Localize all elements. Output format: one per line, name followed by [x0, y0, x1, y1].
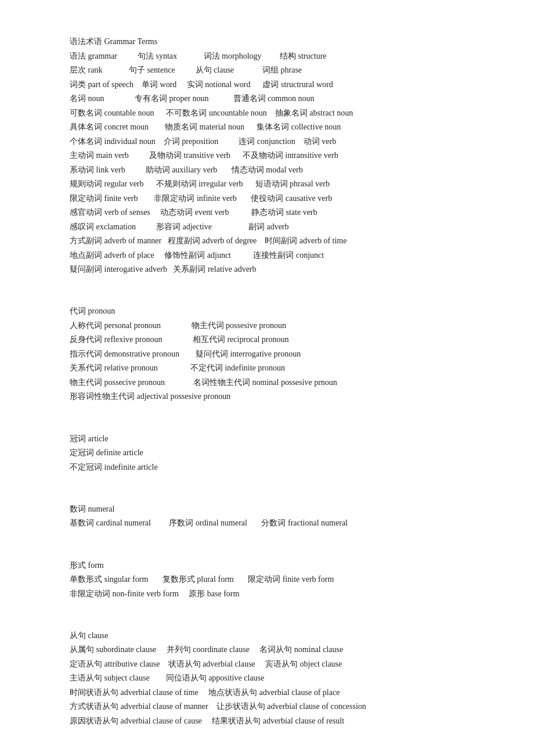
section-pronoun: 代词 pronoun 人称代词 personal pronoun 物主代词 po… — [70, 304, 464, 404]
row-senseverb: 感官动词 verb of senses 动态动词 event verb 静态动词… — [70, 206, 464, 220]
row-demonstrative: 指示代词 demonstrative pronoun 疑问代词 interrog… — [70, 347, 464, 362]
pronoun-header: 代词 pronoun — [70, 304, 464, 319]
row-indefinite: 不定冠词 indefinite article — [70, 460, 464, 475]
row-concrete: 具体名词 concret moun 物质名词 material noun 集体名… — [70, 120, 464, 135]
row-noun: 名词 noun 专有名词 proper noun 普通名词 common nou… — [70, 92, 464, 106]
row-subordinate: 从属句 subordinate clause 并列句 coordinate cl… — [70, 643, 464, 657]
row-reflexive: 反身代词 reflexive pronoun 相互代词 reciprocal p… — [70, 333, 464, 347]
section-header: 语法术语 Grammar Terms — [70, 35, 464, 49]
row-countable: 可数名词 countable noun 不可数名词 uncountable no… — [70, 106, 464, 121]
row-cardinal: 基数词 cardinal numeral 序数词 ordinal numeral… — [70, 516, 464, 531]
clause-header: 从句 clause — [70, 629, 464, 643]
row-rank: 层次 rank 句子 sentence 从句 clause 词组 phrase — [70, 63, 464, 78]
row-mainverb: 主动词 main verb 及物动词 transitive verb 不及物动词… — [70, 149, 464, 163]
row-place: 地点副词 adverb of place 修饰性副词 adjunct 连接性副词… — [70, 249, 464, 263]
section-article: 冠词 article 定冠词 definite article 不定冠词 ind… — [70, 432, 464, 475]
page-content: 语法术语 Grammar Terms 语法 grammar 句法 syntax … — [70, 35, 464, 728]
row-partsofspeech: 词类 part of speech 单词 word 实词 notional wo… — [70, 78, 464, 92]
article-header: 冠词 article — [70, 432, 464, 447]
header-en: Grammar Terms — [104, 37, 158, 46]
row-personal: 人称代词 personal pronoun 物主代词 possesive pro… — [70, 319, 464, 333]
row-grammar: 语法 grammar 句法 syntax 词法 morphology 结构 st… — [70, 49, 464, 64]
section-form: 形式 form 单数形式 singular form 复数形式 plural f… — [70, 559, 464, 602]
row-singular: 单数形式 singular form 复数形式 plural form 限定动词… — [70, 573, 464, 587]
row-definite: 定冠词 definite article — [70, 446, 464, 460]
row-finiteverb: 限定动词 finite verb 非限定动词 infinite verb 使役动… — [70, 192, 464, 206]
numeral-header: 数词 numeral — [70, 502, 464, 517]
section-clause: 从句 clause 从属句 subordinate clause 并列句 coo… — [70, 629, 464, 729]
row-subject: 主语从句 subject clause 同位语从句 appositive cla… — [70, 671, 464, 686]
row-manner-clause: 方式状语从句 adverbial clause of manner 让步状语从句… — [70, 700, 464, 714]
row-exclamation: 感叹词 exclamation 形容词 adjective 副词 adverb — [70, 220, 464, 235]
row-attributive: 定语从句 attributive clause 状语从句 adverbial c… — [70, 657, 464, 672]
header-zh: 语法术语 — [70, 37, 102, 46]
row-regularverb: 规则动词 regular verb 不规则动词 irregular verb 短… — [70, 177, 464, 192]
row-linkverb: 系动词 link verb 助动词 auxiliary verb 情态动词 mo… — [70, 163, 464, 178]
row-cause-clause: 原因状语从句 adverbial clause of cause 结果状语从句 … — [70, 714, 464, 729]
row-interrogative: 疑问副词 interogative adverb 关系副词 relative a… — [70, 262, 464, 277]
form-header: 形式 form — [70, 559, 464, 573]
section-numeral: 数词 numeral 基数词 cardinal numeral 序数词 ordi… — [70, 502, 464, 531]
row-manner: 方式副词 adverb of manner 程度副词 adverb of deg… — [70, 234, 464, 249]
row-individual: 个体名词 individual noun 介词 preposition 连词 c… — [70, 135, 464, 149]
row-nonfinite: 非限定动词 non-finite verb form 原形 base form — [70, 587, 464, 602]
row-relative: 关系代词 relative pronoun 不定代词 indefinite pr… — [70, 361, 464, 376]
row-possessive: 物主代词 possecive pronoun 名词性物主代词 nominal p… — [70, 376, 464, 390]
row-time-clause: 时间状语从句 adverbial clause of time 地点状语从句 a… — [70, 686, 464, 700]
row-adjectival: 形容词性物主代词 adjectival possesive pronoun — [70, 390, 464, 404]
section-grammar-terms: 语法术语 Grammar Terms 语法 grammar 句法 syntax … — [70, 35, 464, 277]
